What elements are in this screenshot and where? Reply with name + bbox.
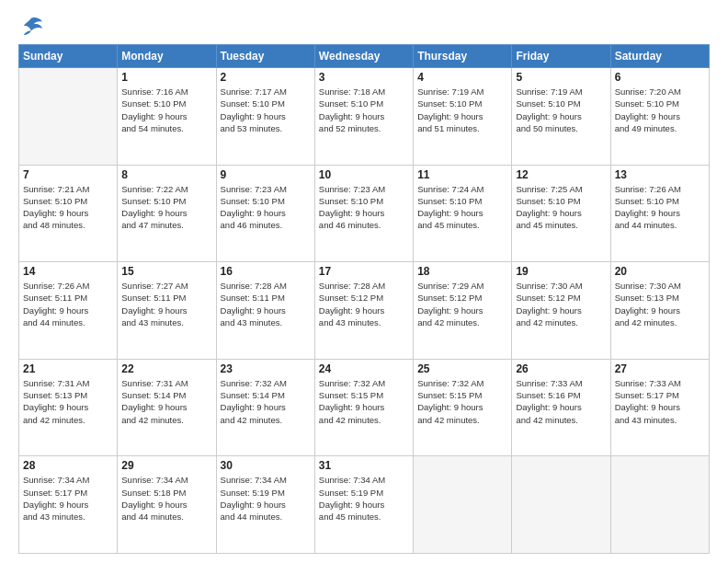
day-info: Sunrise: 7:32 AM Sunset: 5:15 PM Dayligh… [319,377,409,426]
header [18,17,710,37]
day-number: 19 [516,265,606,278]
day-number: 28 [23,459,113,472]
day-info: Sunrise: 7:31 AM Sunset: 5:14 PM Dayligh… [121,377,211,426]
day-number: 16 [221,265,311,278]
day-number: 14 [23,265,113,278]
calendar-cell: 18Sunrise: 7:29 AM Sunset: 5:12 PM Dayli… [414,262,512,360]
day-info: Sunrise: 7:24 AM Sunset: 5:10 PM Dayligh… [417,183,507,232]
day-number: 17 [319,265,409,278]
day-info: Sunrise: 7:30 AM Sunset: 5:13 PM Dayligh… [615,280,705,328]
calendar-cell: 5Sunrise: 7:19 AM Sunset: 5:10 PM Daylig… [512,68,610,166]
day-info: Sunrise: 7:18 AM Sunset: 5:10 PM Dayligh… [319,86,409,134]
calendar-cell: 2Sunrise: 7:17 AM Sunset: 5:10 PM Daylig… [216,68,314,166]
calendar-cell: 8Sunrise: 7:22 AM Sunset: 5:10 PM Daylig… [118,165,216,262]
calendar-cell: 20Sunrise: 7:30 AM Sunset: 5:13 PM Dayli… [610,262,709,360]
day-info: Sunrise: 7:34 AM Sunset: 5:19 PM Dayligh… [319,474,409,523]
calendar-cell: 29Sunrise: 7:34 AM Sunset: 5:18 PM Dayli… [118,456,216,554]
day-number: 20 [615,265,705,278]
day-info: Sunrise: 7:26 AM Sunset: 5:10 PM Dayligh… [615,183,705,232]
day-number: 12 [516,168,606,181]
day-info: Sunrise: 7:34 AM Sunset: 5:19 PM Dayligh… [221,474,311,523]
calendar-cell: 23Sunrise: 7:32 AM Sunset: 5:14 PM Dayli… [216,359,314,456]
day-number: 13 [615,168,705,181]
day-number: 25 [417,362,507,375]
calendar-cell [414,456,512,554]
day-info: Sunrise: 7:17 AM Sunset: 5:10 PM Dayligh… [221,86,311,134]
day-number: 5 [516,71,606,84]
calendar-header-sunday: Sunday [19,45,118,68]
calendar-cell: 15Sunrise: 7:27 AM Sunset: 5:11 PM Dayli… [118,262,216,360]
calendar-week-row-2: 7Sunrise: 7:21 AM Sunset: 5:10 PM Daylig… [19,165,710,262]
calendar-cell: 31Sunrise: 7:34 AM Sunset: 5:19 PM Dayli… [314,456,413,554]
calendar-cell: 9Sunrise: 7:23 AM Sunset: 5:10 PM Daylig… [216,165,314,262]
day-info: Sunrise: 7:32 AM Sunset: 5:15 PM Dayligh… [417,377,507,426]
calendar-cell [610,456,709,554]
day-number: 1 [121,71,211,84]
calendar-cell: 13Sunrise: 7:26 AM Sunset: 5:10 PM Dayli… [610,165,709,262]
day-number: 21 [23,362,113,375]
calendar-header-friday: Friday [512,45,610,68]
calendar-header-thursday: Thursday [414,45,512,68]
calendar-cell: 17Sunrise: 7:28 AM Sunset: 5:12 PM Dayli… [314,262,413,360]
calendar-cell: 28Sunrise: 7:34 AM Sunset: 5:17 PM Dayli… [19,456,118,554]
calendar-header-saturday: Saturday [610,45,709,68]
calendar-header-row: SundayMondayTuesdayWednesdayThursdayFrid… [19,45,710,68]
day-info: Sunrise: 7:28 AM Sunset: 5:12 PM Dayligh… [319,280,409,328]
day-info: Sunrise: 7:19 AM Sunset: 5:10 PM Dayligh… [516,86,606,134]
day-info: Sunrise: 7:21 AM Sunset: 5:10 PM Dayligh… [23,183,113,232]
day-number: 2 [221,71,311,84]
calendar-week-row-3: 14Sunrise: 7:26 AM Sunset: 5:11 PM Dayli… [19,262,710,360]
day-info: Sunrise: 7:29 AM Sunset: 5:12 PM Dayligh… [417,280,507,328]
day-number: 6 [615,71,705,84]
day-number: 7 [23,168,113,181]
day-info: Sunrise: 7:22 AM Sunset: 5:10 PM Dayligh… [121,183,211,232]
day-number: 4 [417,71,507,84]
calendar-cell: 30Sunrise: 7:34 AM Sunset: 5:19 PM Dayli… [216,456,314,554]
logo [18,17,48,37]
calendar-cell: 1Sunrise: 7:16 AM Sunset: 5:10 PM Daylig… [118,68,216,166]
calendar-cell: 21Sunrise: 7:31 AM Sunset: 5:13 PM Dayli… [19,359,118,456]
calendar-cell [512,456,610,554]
calendar-week-row-5: 28Sunrise: 7:34 AM Sunset: 5:17 PM Dayli… [19,456,710,554]
day-info: Sunrise: 7:23 AM Sunset: 5:10 PM Dayligh… [221,183,311,232]
day-number: 9 [221,168,311,181]
calendar-cell: 27Sunrise: 7:33 AM Sunset: 5:17 PM Dayli… [610,359,709,456]
day-number: 18 [417,265,507,278]
day-number: 30 [221,459,311,472]
day-info: Sunrise: 7:23 AM Sunset: 5:10 PM Dayligh… [319,183,409,232]
day-number: 8 [121,168,211,181]
calendar-header-wednesday: Wednesday [314,45,413,68]
day-info: Sunrise: 7:16 AM Sunset: 5:10 PM Dayligh… [121,86,211,134]
day-number: 23 [221,362,311,375]
calendar-week-row-4: 21Sunrise: 7:31 AM Sunset: 5:13 PM Dayli… [19,359,710,456]
day-info: Sunrise: 7:30 AM Sunset: 5:12 PM Dayligh… [516,280,606,328]
logo-bird-icon [18,17,44,37]
day-info: Sunrise: 7:27 AM Sunset: 5:11 PM Dayligh… [121,280,211,328]
day-info: Sunrise: 7:19 AM Sunset: 5:10 PM Dayligh… [417,86,507,134]
day-number: 22 [121,362,211,375]
calendar-cell: 24Sunrise: 7:32 AM Sunset: 5:15 PM Dayli… [314,359,413,456]
day-info: Sunrise: 7:28 AM Sunset: 5:11 PM Dayligh… [221,280,311,328]
day-number: 26 [516,362,606,375]
calendar-cell: 6Sunrise: 7:20 AM Sunset: 5:10 PM Daylig… [610,68,709,166]
day-info: Sunrise: 7:26 AM Sunset: 5:11 PM Dayligh… [23,280,113,328]
calendar-cell: 19Sunrise: 7:30 AM Sunset: 5:12 PM Dayli… [512,262,610,360]
day-number: 24 [319,362,409,375]
day-info: Sunrise: 7:20 AM Sunset: 5:10 PM Dayligh… [615,86,705,134]
calendar-cell: 25Sunrise: 7:32 AM Sunset: 5:15 PM Dayli… [414,359,512,456]
day-info: Sunrise: 7:33 AM Sunset: 5:16 PM Dayligh… [516,377,606,426]
day-number: 11 [417,168,507,181]
day-number: 15 [121,265,211,278]
calendar-cell: 22Sunrise: 7:31 AM Sunset: 5:14 PM Dayli… [118,359,216,456]
day-number: 31 [319,459,409,472]
calendar-cell: 16Sunrise: 7:28 AM Sunset: 5:11 PM Dayli… [216,262,314,360]
day-info: Sunrise: 7:31 AM Sunset: 5:13 PM Dayligh… [23,377,113,426]
day-info: Sunrise: 7:34 AM Sunset: 5:18 PM Dayligh… [121,474,211,523]
calendar-cell: 4Sunrise: 7:19 AM Sunset: 5:10 PM Daylig… [414,68,512,166]
day-number: 29 [121,459,211,472]
day-info: Sunrise: 7:34 AM Sunset: 5:17 PM Dayligh… [23,474,113,523]
day-number: 10 [319,168,409,181]
calendar-header-tuesday: Tuesday [216,45,314,68]
calendar-cell: 3Sunrise: 7:18 AM Sunset: 5:10 PM Daylig… [314,68,413,166]
calendar-cell: 11Sunrise: 7:24 AM Sunset: 5:10 PM Dayli… [414,165,512,262]
